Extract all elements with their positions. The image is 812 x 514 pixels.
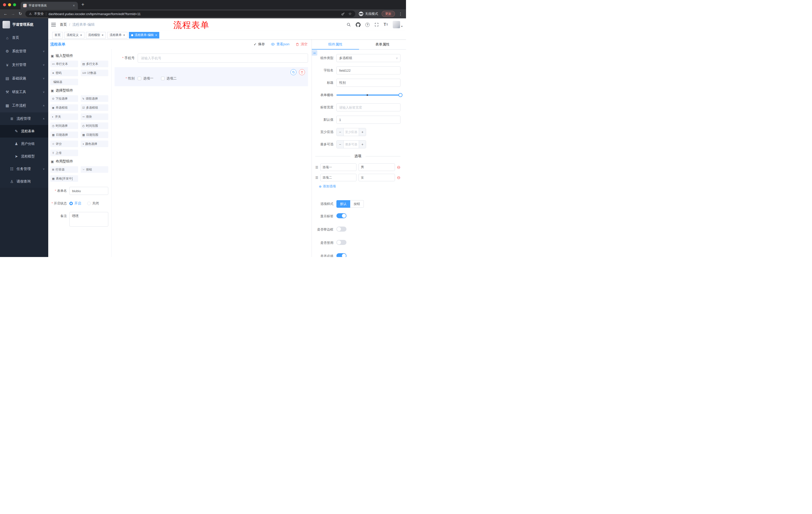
component-chip-single-text[interactable]: ▭单行文本: [50, 61, 78, 67]
option-value-input[interactable]: [358, 174, 395, 181]
sidebar-item-devtools[interactable]: ⚒ 研发工具 ∨: [0, 85, 48, 99]
max-select-value[interactable]: 最多可选: [344, 141, 359, 148]
drag-handle-icon[interactable]: ☰: [315, 176, 318, 180]
component-chip-slider[interactable]: ⊸滑块: [81, 113, 109, 120]
field-name-input[interactable]: [337, 66, 401, 75]
font-size-icon[interactable]: TT: [384, 22, 388, 27]
sidebar-item-user-group[interactable]: ♟ 用户分组: [0, 138, 48, 150]
window-minimize-button[interactable]: [8, 3, 11, 6]
close-icon[interactable]: ×: [102, 33, 104, 37]
window-zoom-button[interactable]: [13, 3, 16, 6]
tab-form-props[interactable]: 表单属性: [359, 39, 406, 49]
sidebar-item-process-management[interactable]: ≣ 流程管理 ∧: [0, 112, 48, 125]
fullscreen-icon[interactable]: [374, 22, 379, 27]
component-chip-time-picker[interactable]: ◷时间选择: [50, 123, 78, 129]
required-switch[interactable]: [337, 253, 346, 257]
tab-process-definition[interactable]: 流程定义 ×: [64, 32, 84, 38]
option-label-input[interactable]: [320, 174, 357, 181]
label-width-input[interactable]: [337, 103, 401, 111]
form-grid-slider[interactable]: [337, 91, 401, 99]
view-json-button[interactable]: 查看json: [271, 42, 289, 47]
tab-home[interactable]: 首页: [52, 32, 63, 38]
min-select-value[interactable]: 至少应选: [344, 128, 359, 136]
tab-process-form-edit[interactable]: 流程表单-编辑 ×: [129, 32, 160, 38]
sidebar-item-payment[interactable]: ¥ 支付管理 ∨: [0, 58, 48, 72]
save-button[interactable]: ✓ 保存: [254, 42, 265, 47]
plus-button[interactable]: +: [359, 141, 366, 148]
reload-icon[interactable]: ↻: [19, 12, 22, 16]
gender-checkbox-option2[interactable]: 选项二: [161, 76, 177, 81]
default-value-input[interactable]: [337, 116, 401, 124]
sidebar-item-process-form[interactable]: ✎ 流程表单: [0, 125, 48, 138]
sidebar-logo[interactable]: 芋道管理系统: [0, 18, 48, 31]
status-on-radio[interactable]: 开启: [69, 199, 81, 208]
component-chip-date-picker[interactable]: ▦日期选择: [50, 132, 78, 138]
show-label-switch[interactable]: [337, 213, 346, 218]
browser-update-button[interactable]: 更新: [382, 11, 395, 17]
copy-component-button[interactable]: [290, 69, 296, 75]
component-chip-upload[interactable]: ⇧上传: [50, 150, 78, 156]
gender-field-row[interactable]: 性别 选项一 选项二: [115, 67, 308, 86]
tab-close-icon[interactable]: ×: [72, 3, 76, 7]
sidebar-item-home[interactable]: ⌂ 首页: [0, 31, 48, 45]
tab-process-model[interactable]: 流程模型 ×: [86, 32, 106, 38]
back-icon[interactable]: ←: [3, 12, 7, 16]
component-chip-cascader[interactable]: ↳级联选择: [81, 95, 109, 102]
component-chip-radio-group[interactable]: ◉单选框组: [50, 104, 78, 111]
clear-button[interactable]: 清空: [295, 42, 308, 47]
drag-handle-icon[interactable]: ☰: [315, 165, 318, 169]
tab-process-form[interactable]: 流程表单 ×: [107, 32, 127, 38]
user-menu[interactable]: ▾: [393, 21, 403, 28]
add-option-button[interactable]: ⊕ 添加选项: [319, 184, 401, 189]
form-canvas[interactable]: 手机号: [112, 49, 312, 257]
forward-icon[interactable]: →: [11, 12, 15, 16]
component-type-select[interactable]: [337, 54, 401, 62]
title-input[interactable]: [337, 79, 401, 87]
component-chip-button[interactable]: ☞按钮: [81, 166, 109, 173]
component-chip-table[interactable]: ▦表格[开发中]: [50, 175, 78, 182]
option-value-input[interactable]: [358, 163, 395, 171]
minus-button[interactable]: −: [337, 128, 344, 136]
browser-tab[interactable]: 芋道管理系统 ×: [21, 2, 78, 9]
slider-handle[interactable]: [399, 93, 403, 97]
style-default-button[interactable]: 默认: [337, 200, 350, 208]
plus-button[interactable]: +: [359, 128, 366, 136]
phone-field-row[interactable]: 手机号: [115, 54, 308, 63]
link-icon[interactable]: ∞: [312, 50, 317, 56]
delete-component-button[interactable]: [299, 69, 305, 75]
phone-field-input[interactable]: [138, 54, 308, 63]
search-icon[interactable]: [346, 22, 351, 27]
component-chip-color-picker[interactable]: ◑颜色选择: [81, 141, 109, 147]
window-close-button[interactable]: [3, 3, 6, 6]
component-chip-counter[interactable]: 123计数器: [81, 70, 109, 76]
sidebar-item-system[interactable]: ⚙ 系统管理 ∨: [0, 45, 48, 58]
github-icon[interactable]: [356, 22, 360, 27]
close-icon[interactable]: ×: [155, 33, 157, 37]
component-chip-multi-text[interactable]: ▤多行文本: [81, 61, 109, 67]
component-chip-time-range[interactable]: ◴时间范围: [81, 123, 109, 129]
form-name-input[interactable]: [69, 187, 108, 195]
sidebar-item-leave-query[interactable]: ♙ 请假查询: [0, 175, 48, 188]
breadcrumb-home[interactable]: 首页: [60, 22, 67, 27]
component-chip-password[interactable]: ∗密码: [50, 70, 78, 76]
bookmark-star-icon[interactable]: ☆: [348, 11, 352, 16]
component-chip-rate[interactable]: ☆评分: [50, 141, 78, 147]
disabled-switch[interactable]: [337, 240, 346, 245]
component-chip-select[interactable]: ⊙下拉选择: [50, 95, 78, 102]
component-chip-checkbox-group[interactable]: ☑多选框组: [81, 104, 109, 111]
component-chip-switch[interactable]: ◐开关: [50, 113, 78, 120]
style-button-button[interactable]: 按钮: [350, 200, 364, 208]
sidebar-item-workflow[interactable]: ▦ 工作流程 ∧: [0, 99, 48, 112]
browser-menu-icon[interactable]: ⋮: [399, 11, 403, 16]
help-icon[interactable]: ?: [365, 23, 370, 27]
remark-textarea[interactable]: 嘿嘿: [69, 212, 108, 226]
address-bar[interactable]: ⚠ 不安全 dashboard.yudao.iocoder.cn/bpm/man…: [25, 10, 355, 17]
minus-button[interactable]: −: [337, 141, 344, 148]
status-off-radio[interactable]: 关闭: [87, 199, 99, 208]
remove-option-icon[interactable]: ⊖: [397, 165, 401, 169]
sidebar-item-infrastructure[interactable]: ▤ 基础设施 ∨: [0, 72, 48, 85]
remove-option-icon[interactable]: ⊖: [397, 175, 401, 180]
tab-component-props[interactable]: 组件属性: [312, 39, 359, 49]
new-tab-button[interactable]: +: [81, 2, 84, 7]
hamburger-icon[interactable]: [51, 23, 56, 27]
